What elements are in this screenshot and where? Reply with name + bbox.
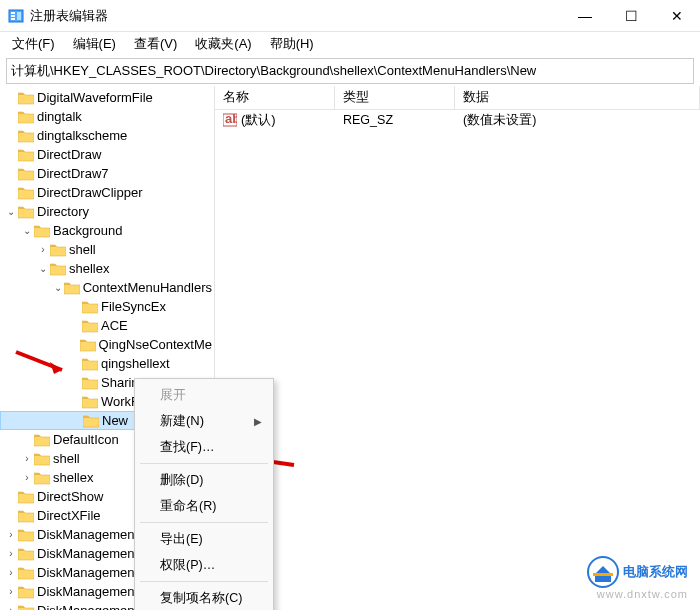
tree-item-label: DirectDraw7 xyxy=(37,166,109,181)
menu-help[interactable]: 帮助(H) xyxy=(262,33,322,55)
separator xyxy=(140,463,268,464)
tree-item-label: DiskManagement. xyxy=(37,603,142,610)
tree-item-label: DirectDrawClipper xyxy=(37,185,142,200)
tree-item-label: DiskManagement. xyxy=(37,584,142,599)
tree-item[interactable]: ⌄Directory xyxy=(0,202,214,221)
tree-item-label: shellex xyxy=(69,261,109,276)
tree-item-label: shell xyxy=(69,242,96,257)
minimize-button[interactable]: — xyxy=(562,0,608,32)
separator xyxy=(140,581,268,582)
tree-item-label: dingtalkscheme xyxy=(37,128,127,143)
tree-item-label: DigitalWaveformFile xyxy=(37,90,153,105)
tree-item[interactable]: dingtalk xyxy=(0,107,214,126)
tree-item[interactable]: ⌄Background xyxy=(0,221,214,240)
chevron-icon[interactable]: ⌄ xyxy=(4,206,18,217)
title-bar: 注册表编辑器 — ☐ ✕ xyxy=(0,0,700,32)
tree-item-label: DiskManagement. xyxy=(37,527,142,542)
chevron-icon[interactable]: › xyxy=(20,453,34,464)
tree-item[interactable]: DirectDraw7 xyxy=(0,164,214,183)
tree-item-label: Directory xyxy=(37,204,89,219)
tree-item[interactable]: FileSyncEx xyxy=(0,297,214,316)
list-header: 名称 类型 数据 xyxy=(215,86,700,110)
menu-file[interactable]: 文件(F) xyxy=(4,33,63,55)
close-button[interactable]: ✕ xyxy=(654,0,700,32)
chevron-icon[interactable]: › xyxy=(4,586,18,597)
svg-rect-4 xyxy=(17,12,21,20)
maximize-button[interactable]: ☐ xyxy=(608,0,654,32)
main-area: DigitalWaveformFiledingtalkdingtalkschem… xyxy=(0,86,700,610)
tree-item-label: shell xyxy=(53,451,80,466)
ctx-copy-key-name[interactable]: 复制项名称(C) xyxy=(138,585,270,610)
tree-item[interactable]: ›shell xyxy=(0,240,214,259)
tree-item[interactable]: dingtalkscheme xyxy=(0,126,214,145)
chevron-icon[interactable]: › xyxy=(20,472,34,483)
tree-item-label: QingNseContextMe xyxy=(99,337,212,352)
tree-item[interactable]: qingshellext xyxy=(0,354,214,373)
chevron-icon[interactable]: › xyxy=(4,529,18,540)
tree-item-label: Background xyxy=(53,223,122,238)
menu-favorites[interactable]: 收藏夹(A) xyxy=(187,33,259,55)
address-path: 计算机\HKEY_CLASSES_ROOT\Directory\Backgrou… xyxy=(11,62,536,80)
address-bar[interactable]: 计算机\HKEY_CLASSES_ROOT\Directory\Backgrou… xyxy=(6,58,694,84)
ctx-permissions[interactable]: 权限(P)… xyxy=(138,552,270,578)
chevron-icon[interactable]: › xyxy=(4,567,18,578)
list-row[interactable]: ab (默认) REG_SZ (数值未设置) xyxy=(215,110,700,130)
tree-item[interactable]: DirectDraw xyxy=(0,145,214,164)
window-controls: — ☐ ✕ xyxy=(562,0,700,32)
tree-item-label: qingshellext xyxy=(101,356,170,371)
chevron-right-icon: ▶ xyxy=(254,416,262,427)
chevron-icon[interactable]: ⌄ xyxy=(52,282,64,293)
svg-rect-3 xyxy=(11,18,15,20)
menu-view[interactable]: 查看(V) xyxy=(126,33,185,55)
tree-item[interactable]: DirectDrawClipper xyxy=(0,183,214,202)
tree-item[interactable]: ⌄shellex xyxy=(0,259,214,278)
col-data[interactable]: 数据 xyxy=(455,86,700,109)
window-title: 注册表编辑器 xyxy=(30,7,562,25)
chevron-icon[interactable]: › xyxy=(4,605,18,610)
app-icon xyxy=(8,8,24,24)
chevron-icon[interactable]: ⌄ xyxy=(36,263,50,274)
chevron-icon[interactable]: › xyxy=(36,244,50,255)
ctx-rename[interactable]: 重命名(R) xyxy=(138,493,270,519)
ctx-export[interactable]: 导出(E) xyxy=(138,526,270,552)
ctx-find[interactable]: 查找(F)… xyxy=(138,434,270,460)
tree-item-label: DirectDraw xyxy=(37,147,101,162)
cell-data: (数值未设置) xyxy=(455,112,700,129)
tree-item-label: FileSyncEx xyxy=(101,299,166,314)
chevron-icon[interactable]: › xyxy=(4,548,18,559)
context-menu: 展开 新建(N)▶ 查找(F)… 删除(D) 重命名(R) 导出(E) 权限(P… xyxy=(134,378,274,610)
ctx-expand: 展开 xyxy=(138,382,270,408)
tree-item[interactable]: ⌄ContextMenuHandlers xyxy=(0,278,214,297)
tree-item-label: ACE xyxy=(101,318,128,333)
tree-item-label: ContextMenuHandlers xyxy=(83,280,212,295)
tree-item-label: DirectXFile xyxy=(37,508,101,523)
svg-rect-1 xyxy=(11,12,15,14)
tree-item[interactable]: ACE xyxy=(0,316,214,335)
svg-rect-2 xyxy=(11,15,15,17)
menu-bar: 文件(F) 编辑(E) 查看(V) 收藏夹(A) 帮助(H) xyxy=(0,32,700,56)
menu-edit[interactable]: 编辑(E) xyxy=(65,33,124,55)
cell-name: ab (默认) xyxy=(215,111,335,129)
tree-item[interactable]: DigitalWaveformFile xyxy=(0,88,214,107)
ctx-delete[interactable]: 删除(D) xyxy=(138,467,270,493)
tree-item-label: DirectShow xyxy=(37,489,103,504)
string-value-icon: ab xyxy=(223,113,237,127)
tree-item-label: DefaultIcon xyxy=(53,432,119,447)
svg-text:ab: ab xyxy=(225,113,237,126)
tree-item-label: DiskManagement. xyxy=(37,565,142,580)
chevron-icon[interactable]: ⌄ xyxy=(20,225,34,236)
tree-item[interactable]: QingNseContextMe xyxy=(0,335,214,354)
separator xyxy=(140,522,268,523)
tree-item-label: New xyxy=(102,413,128,428)
ctx-new[interactable]: 新建(N)▶ xyxy=(138,408,270,434)
col-type[interactable]: 类型 xyxy=(335,86,455,109)
col-name[interactable]: 名称 xyxy=(215,86,335,109)
tree-item-label: DiskManagement. xyxy=(37,546,142,561)
tree-item-label: dingtalk xyxy=(37,109,82,124)
tree-item-label: shellex xyxy=(53,470,93,485)
cell-type: REG_SZ xyxy=(335,113,455,127)
list-view[interactable]: 名称 类型 数据 ab (默认) REG_SZ (数值未设置) xyxy=(215,86,700,610)
